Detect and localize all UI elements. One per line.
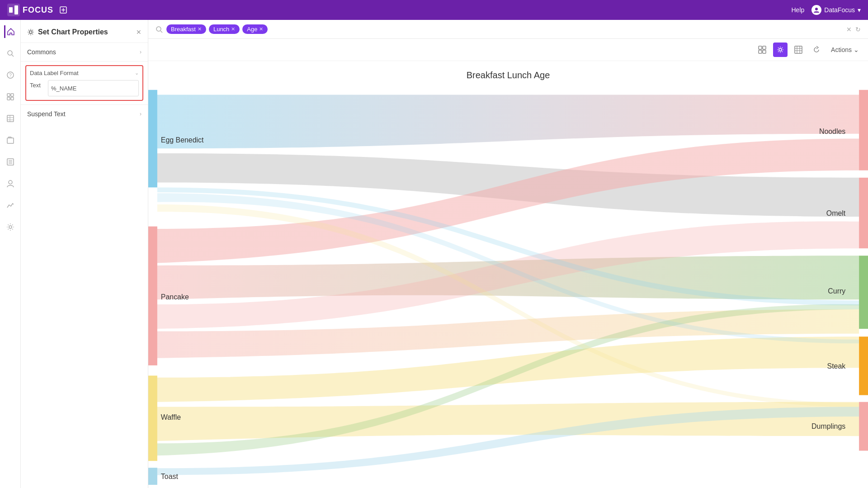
chart-toolbar: Actions ⌄	[148, 39, 868, 61]
sidebar-item-settings[interactable]	[4, 221, 17, 233]
label-toast: Toast	[161, 472, 178, 481]
suspend-text-section[interactable]: Suspend Text ›	[21, 104, 148, 123]
chart-content: Breakfast Lunch Age	[148, 61, 868, 488]
left-node-toast	[148, 468, 157, 485]
toolbar-refresh-button[interactable]	[809, 43, 824, 57]
flow-eggbenedict-noodles	[157, 95, 859, 149]
sankey-chart: Egg Benedict Pancake Waffle Toast Noodle…	[148, 85, 868, 485]
toolbar-settings-button[interactable]	[773, 43, 788, 57]
user-avatar	[811, 5, 821, 15]
topnav-right: Help DataFocus ▾	[792, 5, 861, 15]
svg-rect-34	[795, 46, 802, 53]
sidebar-item-analytics[interactable]	[4, 199, 17, 212]
left-node-waffle	[148, 376, 157, 461]
svg-text:?: ?	[9, 73, 12, 78]
sidebar-item-home[interactable]	[4, 25, 17, 38]
add-button[interactable]	[58, 5, 69, 15]
right-node-noodles	[859, 90, 868, 171]
logo-icon	[7, 4, 20, 16]
svg-point-26	[29, 31, 32, 33]
right-node-curry	[859, 256, 868, 329]
user-name: DataFocus	[824, 6, 855, 14]
user-menu[interactable]: DataFocus ▾	[811, 5, 861, 15]
tag-lunch-label: Lunch	[213, 26, 229, 33]
flow-waffle-dumplings	[157, 402, 859, 441]
label-noodles: Noodles	[819, 127, 845, 136]
commons-section[interactable]: Commons ›	[21, 43, 148, 62]
svg-line-28	[160, 31, 162, 33]
label-steak: Steak	[827, 362, 846, 371]
right-node-steak	[859, 336, 868, 395]
actions-dropdown[interactable]: Actions ⌄	[831, 46, 859, 53]
toolbar-table-button[interactable]	[791, 43, 806, 57]
right-node-omelt	[859, 178, 868, 248]
svg-rect-32	[763, 50, 766, 53]
top-navigation: FOCUS Help DataFocus ▾	[0, 0, 868, 20]
search-refresh-button[interactable]: ↻	[855, 26, 861, 33]
search-actions: ✕ ↻	[846, 26, 861, 33]
commons-label: Commons	[27, 48, 56, 56]
users-icon	[6, 180, 14, 188]
search-icon-sidebar	[6, 49, 14, 57]
app-name: FOCUS	[23, 5, 53, 15]
svg-rect-1	[9, 7, 13, 13]
svg-point-24	[9, 180, 12, 184]
svg-point-6	[815, 8, 818, 10]
dlf-text-label: Text	[30, 80, 44, 89]
panel-title: Set Chart Properties	[38, 28, 108, 36]
sidebar-item-files[interactable]	[4, 134, 17, 147]
actions-label: Actions	[831, 46, 852, 53]
table-view-icon	[794, 46, 802, 54]
checklist-icon	[6, 158, 14, 166]
svg-rect-31	[759, 50, 762, 53]
tag-age-close[interactable]: ✕	[259, 26, 263, 32]
search-icon	[156, 26, 163, 33]
sidebar-item-help[interactable]: ?	[4, 69, 17, 81]
sidebar-item-search[interactable]	[4, 47, 17, 60]
right-node-dumplings	[859, 402, 868, 451]
panel-gear-icon	[27, 28, 34, 36]
sidebar-item-dashboard[interactable]	[4, 90, 17, 103]
toolbar-chart-icon-button[interactable]	[755, 43, 769, 57]
sidebar-item-checklist[interactable]	[4, 156, 17, 168]
tag-lunch[interactable]: Lunch ✕	[209, 24, 240, 34]
tag-age-label: Age	[247, 26, 257, 33]
data-label-format-section: Data Label Format ⌄ Text	[25, 65, 143, 101]
tag-breakfast-close[interactable]: ✕	[198, 26, 202, 32]
label-pancake: Pancake	[161, 293, 189, 302]
panel-close-button[interactable]: ✕	[136, 28, 142, 36]
svg-rect-11	[7, 94, 10, 96]
chart-title: Breakfast Lunch Age	[148, 61, 868, 85]
search-clear-button[interactable]: ✕	[846, 26, 852, 33]
tag-lunch-close[interactable]: ✕	[231, 26, 235, 32]
refresh-icon	[812, 46, 821, 54]
chart-view-icon	[758, 46, 766, 54]
svg-rect-29	[759, 46, 762, 49]
help-link[interactable]: Help	[792, 6, 805, 14]
dlf-row: Text	[30, 80, 139, 96]
search-tags: Breakfast ✕ Lunch ✕ Age ✕	[166, 24, 843, 34]
label-egg-benedict: Egg Benedict	[161, 136, 204, 145]
panel-header-left: Set Chart Properties	[27, 28, 108, 36]
dlf-text-input[interactable]	[48, 80, 139, 96]
tag-breakfast[interactable]: Breakfast ✕	[166, 24, 206, 34]
analytics-icon	[6, 201, 14, 209]
files-icon	[6, 136, 14, 144]
topnav-left: FOCUS	[7, 4, 69, 16]
suspend-text-arrow-icon: ›	[140, 111, 142, 117]
dlf-header: Data Label Format ⌄	[30, 70, 139, 76]
panel-header: Set Chart Properties ✕	[21, 20, 148, 43]
tag-age[interactable]: Age ✕	[242, 24, 268, 34]
left-node-egg-benedict	[148, 90, 157, 188]
sidebar-item-users[interactable]	[4, 177, 17, 190]
svg-rect-14	[11, 97, 14, 100]
sankey-svg: Egg Benedict Pancake Waffle Toast Noodle…	[148, 85, 868, 485]
properties-panel: Set Chart Properties ✕ Commons › Data La…	[21, 20, 148, 488]
svg-point-25	[9, 226, 12, 228]
table-icon	[6, 114, 14, 123]
user-dropdown-icon: ▾	[858, 6, 861, 14]
svg-rect-19	[7, 138, 14, 143]
home-icon	[7, 28, 15, 36]
dlf-arrow-icon: ⌄	[135, 70, 139, 76]
sidebar-item-table[interactable]	[4, 112, 17, 125]
